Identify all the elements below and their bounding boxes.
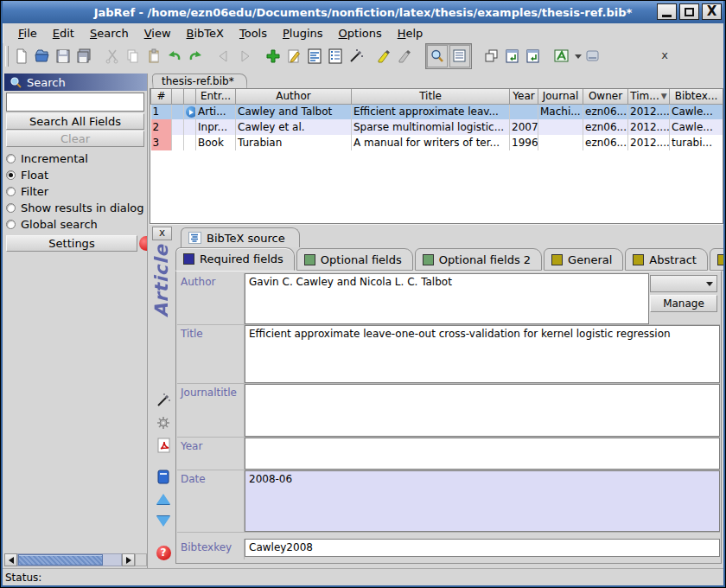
move-down-icon[interactable]	[153, 510, 174, 533]
col-ranking[interactable]	[172, 89, 184, 104]
bibtexkey-field-input[interactable]: Cawley2008	[245, 539, 720, 557]
scroll-right-button[interactable]	[122, 553, 135, 566]
col-journal[interactable]: Journal	[538, 89, 583, 104]
fetch-medline-icon[interactable]	[502, 45, 523, 67]
menu-view[interactable]: View	[137, 24, 179, 42]
menu-bibtex[interactable]: BibTeX	[179, 24, 232, 42]
required-fields-icon	[183, 253, 194, 265]
open-database-icon[interactable]	[32, 45, 53, 67]
col-file[interactable]	[184, 89, 196, 104]
tab-bibtex-source[interactable]: BibTeX source	[181, 227, 300, 247]
owner-cell: ezn06...	[583, 119, 628, 135]
radio-float[interactable]: Float	[6, 167, 147, 183]
redo-icon[interactable]	[185, 45, 206, 67]
radio-filter[interactable]: Filter	[6, 183, 147, 200]
tab-optional-fields[interactable]: Optional fields	[296, 248, 413, 271]
scroll-track[interactable]	[17, 553, 122, 566]
search-input[interactable]	[6, 93, 144, 112]
window-title: JabRef - /home/ezn06edu/Documents/nonfic…	[94, 6, 633, 19]
col-entrytype[interactable]: Entr...	[196, 89, 236, 104]
attached-file-icon[interactable]	[186, 106, 196, 118]
copy-icon[interactable]	[123, 45, 143, 67]
table-row[interactable]: 1 Arti... Cawley and Talbot Efficient ap…	[151, 104, 723, 119]
scroll-left-button[interactable]	[4, 553, 17, 566]
menu-options[interactable]: Options	[331, 24, 390, 42]
date-field-input[interactable]: 2008-06	[245, 470, 720, 532]
cleanup-wand-icon[interactable]	[346, 45, 366, 67]
col-author[interactable]: Author	[236, 89, 352, 104]
edit-strings-icon[interactable]	[325, 45, 346, 67]
help-icon[interactable]	[139, 236, 148, 251]
cut-icon[interactable]	[102, 45, 123, 67]
tab-review[interactable]: Review	[710, 248, 725, 271]
push-to-application-icon[interactable]	[583, 45, 603, 67]
menu-tools[interactable]: Tools	[232, 24, 275, 42]
new-entry-icon[interactable]	[263, 45, 283, 67]
write-xmp-icon[interactable]	[153, 465, 174, 488]
move-up-icon[interactable]	[153, 488, 174, 510]
edit-preamble-icon[interactable]	[304, 45, 325, 67]
title-field-input[interactable]: Efficient approximate leave-one-out cros…	[245, 325, 720, 383]
save-database-icon[interactable]	[53, 45, 73, 67]
table-row[interactable]: 2 Inpr... Cawley et al. Sparse multinomi…	[151, 119, 723, 135]
entry-editor-close-button[interactable]: x	[152, 227, 172, 240]
col-year[interactable]: Year	[510, 89, 538, 104]
pdf-file-icon[interactable]	[153, 434, 174, 457]
fetch-citeseer-icon[interactable]	[523, 45, 544, 67]
col-bibtexkey[interactable]: Bibtex...	[670, 89, 723, 104]
table-row[interactable]: 3 Book Turabian A manual for writers of …	[151, 135, 723, 150]
manage-button[interactable]: Manage	[650, 295, 717, 312]
scroll-thumb[interactable]	[18, 554, 103, 566]
minimize-button[interactable]	[657, 3, 677, 20]
menu-edit[interactable]: Edit	[45, 24, 82, 42]
undo-icon[interactable]	[164, 45, 185, 67]
forward-icon[interactable]	[234, 45, 255, 67]
tab-general[interactable]: General	[544, 248, 623, 271]
title-bar[interactable]: JabRef - /home/ezn06edu/Documents/nonfic…	[1, 1, 725, 23]
duplicate-entry-icon[interactable]	[481, 45, 502, 67]
tab-optional-fields-2[interactable]: Optional fields 2	[415, 248, 542, 271]
gear-icon[interactable]	[153, 412, 174, 434]
col-title[interactable]: Title	[352, 89, 510, 104]
author-field-input[interactable]: Gavin C. Cawley and Nicola L. C. Talbot	[245, 273, 649, 324]
toolbar-grip[interactable]	[5, 46, 9, 67]
search-all-fields-button[interactable]: Search All Fields	[6, 113, 144, 130]
file-cell[interactable]	[184, 104, 196, 119]
menu-file[interactable]: File	[10, 24, 45, 42]
clear-button[interactable]: Clear	[6, 131, 144, 147]
menu-plugins[interactable]: Plugins	[275, 24, 331, 42]
radio-global-search[interactable]: Global search	[6, 216, 147, 233]
push-to-lyx-icon[interactable]	[551, 45, 572, 67]
close-button[interactable]: X	[702, 3, 722, 20]
new-database-icon[interactable]	[11, 45, 32, 67]
journaltitle-field-input[interactable]	[245, 384, 720, 437]
autogenerate-key-wand-icon[interactable]	[153, 389, 174, 412]
col-number[interactable]: #	[151, 89, 172, 104]
tab-required-fields[interactable]: Required fields	[175, 247, 295, 271]
toggle-search-icon[interactable]	[427, 45, 448, 67]
unmark-entries-icon[interactable]	[395, 45, 416, 67]
help-icon[interactable]: ?	[153, 541, 174, 564]
col-owner[interactable]: Owner	[583, 89, 628, 104]
toolbar-close-icon[interactable]: x	[661, 49, 668, 61]
push-dropdown-icon[interactable]	[572, 45, 583, 67]
menu-help[interactable]: Help	[390, 24, 431, 42]
year-field-input[interactable]	[245, 438, 720, 470]
save-all-databases-icon[interactable]	[73, 45, 94, 67]
sidebar-horizontal-scrollbar[interactable]	[4, 553, 147, 566]
author-names-dropdown[interactable]	[650, 275, 717, 292]
mark-entries-icon[interactable]	[374, 45, 395, 67]
radio-show-results-in-dialog[interactable]: Show results in dialog	[6, 200, 147, 216]
edit-entry-icon[interactable]	[283, 45, 304, 67]
tab-abstract[interactable]: Abstract	[625, 248, 708, 271]
back-icon[interactable]	[213, 45, 234, 67]
toggle-preview-icon[interactable]	[449, 45, 470, 67]
maximize-button[interactable]	[679, 3, 699, 20]
col-timestamp[interactable]: Tim...▼	[628, 89, 670, 104]
database-tab[interactable]: thesis-ref.bib*	[152, 74, 248, 88]
search-panel-header[interactable]: Search	[4, 74, 147, 91]
settings-button[interactable]: Settings	[6, 235, 137, 252]
menu-search[interactable]: Search	[82, 24, 137, 42]
paste-icon[interactable]	[143, 45, 164, 67]
radio-incremental[interactable]: Incremental	[6, 150, 147, 167]
